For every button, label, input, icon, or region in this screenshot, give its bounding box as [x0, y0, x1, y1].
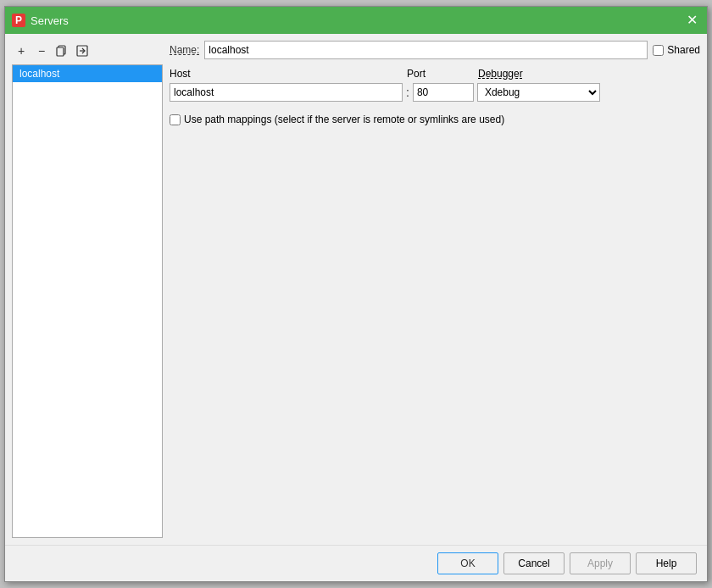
ok-button[interactable]: OK: [437, 552, 498, 574]
host-input[interactable]: [170, 83, 403, 102]
svg-rect-3: [57, 47, 64, 56]
shared-section: Shared: [653, 44, 700, 56]
path-mapping-label: Use path mappings (select if the server …: [184, 114, 504, 125]
host-label: Host: [170, 68, 407, 80]
debugger-select[interactable]: Xdebug Zend Debugger: [477, 83, 600, 102]
app-icon: P: [12, 14, 25, 27]
path-mapping-row: Use path mappings (select if the server …: [170, 114, 700, 125]
dialog-title: Servers: [31, 14, 69, 27]
title-bar-left: P Servers: [12, 14, 69, 27]
hpc-inputs-row: : Xdebug Zend Debugger: [170, 83, 700, 102]
port-label: Port: [407, 68, 478, 80]
shared-label: Shared: [667, 44, 700, 56]
copy-server-button[interactable]: [53, 42, 71, 60]
name-row: Name: Shared: [170, 41, 700, 59]
debugger-label: Debugger: [478, 68, 601, 80]
port-input[interactable]: [413, 83, 474, 102]
title-bar: P Servers ✕: [5, 7, 707, 34]
name-input[interactable]: [204, 41, 648, 59]
remove-server-button[interactable]: −: [32, 42, 51, 60]
host-port-debugger-section: Host Port Debugger : Xdebug Zend Debugge…: [170, 68, 700, 102]
move-server-button[interactable]: [73, 42, 92, 60]
dialog-footer: OK Cancel Apply Help: [5, 545, 707, 581]
svg-text:P: P: [15, 14, 22, 26]
help-button[interactable]: Help: [636, 552, 697, 574]
close-button[interactable]: ✕: [683, 12, 700, 29]
apply-button[interactable]: Apply: [570, 552, 631, 574]
shared-checkbox[interactable]: [653, 45, 664, 56]
server-list-item[interactable]: localhost: [13, 65, 162, 82]
server-list: localhost: [12, 64, 163, 538]
right-panel: Name: Shared Host Port Debugger :: [170, 41, 700, 538]
name-label: Name:: [170, 44, 199, 56]
right-content-area: [170, 134, 700, 538]
left-panel: + − localhost: [12, 41, 163, 538]
cancel-button[interactable]: Cancel: [503, 552, 565, 574]
add-server-button[interactable]: +: [12, 42, 31, 60]
dialog-body: + − localhost: [5, 34, 707, 545]
hpc-labels-row: Host Port Debugger: [170, 68, 700, 80]
servers-dialog: P Servers ✕ + −: [4, 6, 708, 582]
colon-separator: :: [406, 86, 409, 99]
path-mapping-checkbox[interactable]: [170, 114, 181, 125]
toolbar: + −: [12, 41, 163, 61]
